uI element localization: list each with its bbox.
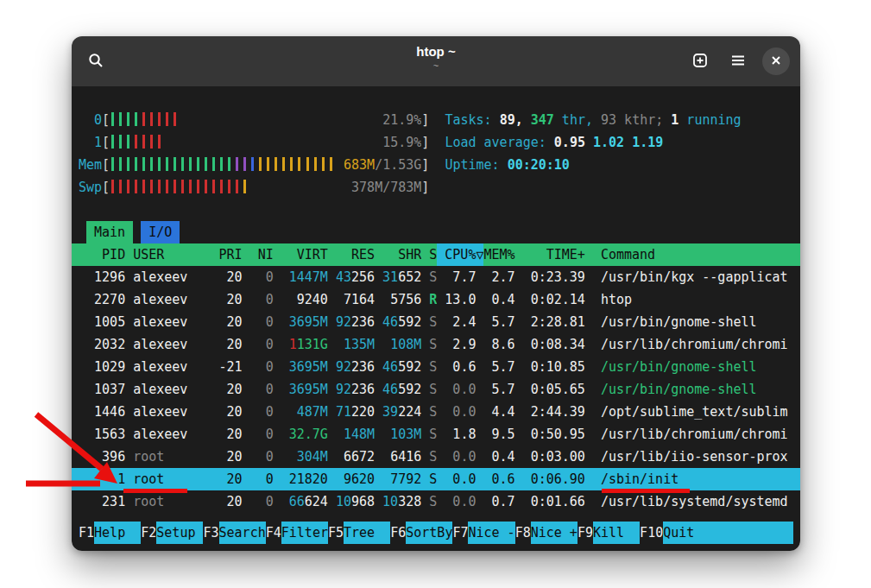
- fn-key-label: F5: [328, 522, 344, 544]
- meter-bar: [125, 112, 133, 126]
- fn-action-label: Nice -: [468, 522, 514, 544]
- header-cell-ni[interactable]: NI: [243, 243, 274, 266]
- process-row[interactable]: 2270alexeev200924071645756R13.00.40:02.1…: [72, 288, 800, 311]
- text-segment: 20: [227, 337, 243, 352]
- cell-gap: [125, 266, 133, 288]
- text-segment: 46: [382, 382, 398, 397]
- header-cell-time[interactable]: TIME+: [515, 243, 585, 266]
- cell-cmd: /usr/bin/kgx --gapplicat: [585, 266, 793, 288]
- meter-bar: [187, 180, 195, 193]
- process-row[interactable]: 1296alexeev2001447M4325631652S7.72.70:23…: [72, 266, 800, 288]
- meter-bar: [164, 180, 172, 193]
- cell-ni: 0: [243, 423, 274, 446]
- fn-key-label: F6: [390, 522, 406, 544]
- meter-bar: [273, 157, 281, 171]
- text-segment: /usr/lib/chromium/chromi: [601, 337, 788, 352]
- meter-bar: [117, 180, 125, 193]
- header-cell-s[interactable]: S: [421, 243, 437, 266]
- menu-button[interactable]: [724, 47, 752, 75]
- fn-setup[interactable]: F2Setup: [141, 522, 203, 544]
- process-row-selected[interactable]: 1root2002182096207792S0.00.60:06.90/sbin…: [72, 468, 800, 490]
- text-segment: S: [429, 382, 437, 397]
- text-segment: 5756: [390, 292, 421, 307]
- fn-quit[interactable]: F10Quit: [640, 522, 793, 544]
- cell-res: 92236: [328, 311, 375, 333]
- cell-ni: 0: [243, 311, 274, 333]
- fn-nice-[interactable]: F7Nice -: [452, 522, 514, 544]
- cell-res: 71220: [328, 401, 375, 423]
- cell-time: 0:08.34: [515, 333, 585, 356]
- process-row[interactable]: 1446alexeev200487M7122039224S0.04.42:44.…: [72, 401, 800, 423]
- meter-bar: [125, 180, 133, 193]
- fn-key-label: F7: [452, 522, 468, 544]
- text-segment: 0.6: [491, 471, 514, 487]
- header-cell-mem[interactable]: MEM%: [483, 243, 514, 266]
- fn-action-label: Tree: [344, 522, 390, 544]
- fn-search[interactable]: F3Search: [203, 522, 265, 544]
- meter-bar: [242, 157, 249, 171]
- fn-action-label: SortBy: [406, 522, 452, 544]
- text-segment: 21820: [289, 471, 328, 487]
- cell-user: root: [133, 446, 211, 468]
- header-cell-cmd[interactable]: Command: [585, 243, 793, 266]
- text-segment: S: [429, 359, 437, 375]
- process-row[interactable]: 231root200666241096810328S0.00.70:01.66/…: [72, 490, 800, 513]
- text-segment: 8.6: [491, 337, 514, 352]
- text-segment: 396: [102, 449, 125, 465]
- process-row[interactable]: 1037alexeev2003695M9223646592S0.05.70:05…: [72, 378, 800, 401]
- process-row[interactable]: 2032alexeev2001131G135M108MS2.98.60:08.3…: [72, 333, 800, 356]
- cell-res: 10968: [328, 490, 375, 513]
- meter-bar: [148, 157, 156, 171]
- fn-action-label: Quit: [663, 522, 793, 544]
- cell-cmd: /usr/bin/gnome-shell: [585, 311, 793, 333]
- header-cell-shr[interactable]: SHR: [375, 243, 421, 266]
- close-button[interactable]: [762, 47, 790, 75]
- meter-bar: [148, 112, 156, 126]
- search-button[interactable]: [82, 47, 110, 75]
- fn-filter[interactable]: F4Filter: [266, 522, 328, 544]
- cell-shr: 108M: [375, 333, 421, 356]
- htop-terminal: 0[21.9%]Tasks: 89, 347 thr, 93 kthr; 1 r…: [72, 86, 800, 551]
- text-segment: Load average:: [445, 135, 553, 150]
- meter-bar: [312, 157, 320, 171]
- text-segment: 1.02: [593, 135, 632, 150]
- meter-bar: [133, 112, 141, 126]
- process-row[interactable]: 396root200304M66726416S0.00.40:03.00/usr…: [72, 446, 800, 468]
- fn-sortby[interactable]: F6SortBy: [390, 522, 452, 544]
- fn-tree[interactable]: F5Tree: [328, 522, 390, 544]
- process-row[interactable]: 1029alexeev-2103695M9223646592S0.65.70:1…: [72, 356, 800, 378]
- header-cell-pid[interactable]: PID: [79, 243, 125, 266]
- process-table: 1296alexeev2001447M4325631652S7.72.70:23…: [72, 266, 800, 513]
- text-segment: alexeev: [133, 337, 187, 352]
- process-row[interactable]: 1563alexeev20032.7G148M103MS1.89.50:50.9…: [72, 423, 800, 446]
- info-line: Tasks: 89, 347 thr, 93 kthr; 1 running: [445, 109, 741, 131]
- cell-s: S: [421, 468, 437, 490]
- meter-bar: [328, 157, 336, 171]
- header-cell-res[interactable]: RES: [328, 243, 375, 266]
- cell-pri: 20: [211, 446, 242, 468]
- meter-bracket: ]: [421, 131, 429, 154]
- cell-time: 0:10.85: [515, 356, 585, 378]
- text-segment: 624: [305, 494, 328, 509]
- tab-main[interactable]: Main: [86, 221, 133, 243]
- text-segment: 0:23.39: [531, 269, 585, 285]
- meter-bar: [226, 180, 234, 193]
- tab-i-o[interactable]: I/O: [141, 221, 180, 243]
- meter-bar: [125, 157, 133, 171]
- cell-mem: 8.6: [483, 333, 514, 356]
- header-cell-user[interactable]: USER: [133, 243, 211, 266]
- fn-nice-[interactable]: F8Nice +: [515, 522, 578, 544]
- cell-virt: 1131G: [274, 333, 328, 356]
- fn-help[interactable]: F1Help: [79, 522, 141, 544]
- meter-label: Mem: [79, 154, 102, 176]
- text-segment: 0:03.00: [531, 449, 585, 465]
- header-cell-cpu[interactable]: CPU%▽: [437, 243, 483, 266]
- fn-action-label: Search: [219, 522, 266, 544]
- process-row[interactable]: 1005alexeev2003695M9223646592S2.45.72:28…: [72, 311, 800, 333]
- fn-kill[interactable]: F9Kill: [578, 522, 640, 544]
- header-cell-pri[interactable]: PRI: [211, 243, 242, 266]
- meter-label: 0: [79, 109, 102, 131]
- header-cell-virt[interactable]: VIRT: [274, 243, 328, 266]
- new-tab-button[interactable]: [686, 47, 714, 75]
- cell-time: 0:50.95: [515, 423, 585, 446]
